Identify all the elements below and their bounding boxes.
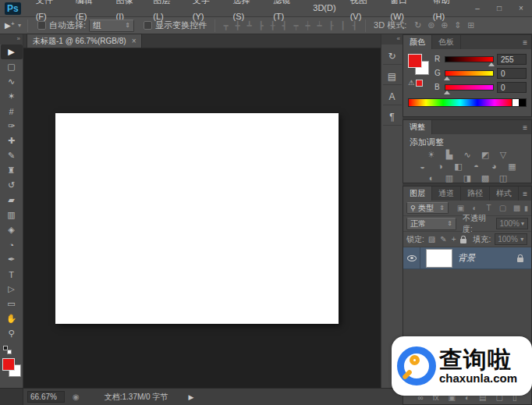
blue-value-field[interactable]: 0 (497, 82, 527, 93)
tab-adjustments[interactable]: 调整 (403, 120, 432, 134)
spot-healing-brush-tool[interactable]: ✚ (1, 133, 23, 148)
distribute-left-edges-icon[interactable]: ┠ (325, 21, 337, 30)
clone-stamp-tool[interactable]: ♜ (1, 163, 23, 178)
canvas[interactable] (55, 113, 339, 324)
distribute-right-edges-icon[interactable]: ┨ (349, 21, 360, 30)
align-bottom-edges-icon[interactable]: ┻ (243, 21, 255, 30)
quick-selection-tool[interactable]: ✶ (1, 89, 23, 104)
layer-row-background[interactable]: 背景 (403, 247, 531, 269)
rectangle-tool[interactable]: ▭ (1, 297, 23, 311)
lock-position-icon[interactable]: + (452, 235, 456, 243)
maximize-button[interactable]: □ (488, 0, 510, 16)
filter-shape-layers-icon[interactable]: ▢ (498, 204, 508, 212)
layer-visibility-cell[interactable] (403, 247, 420, 268)
selective-color-icon[interactable]: ◫ (497, 172, 510, 184)
path-selection-tool[interactable]: ▷ (1, 282, 23, 297)
filter-switch-icon[interactable]: ▮ (524, 204, 528, 212)
spectrum-white-swatch[interactable] (512, 99, 519, 106)
align-vertical-centers-icon[interactable]: ╋ (232, 21, 243, 30)
tools-collapse-chevron-icon[interactable]: » (0, 34, 23, 44)
lock-all-icon[interactable] (460, 239, 466, 243)
filter-type-layers-icon[interactable]: T (484, 204, 494, 212)
black-white-icon[interactable]: ◧ (452, 161, 465, 172)
gamut-closest-color-swatch[interactable] (416, 80, 423, 87)
spectrum-ramp[interactable] (409, 99, 512, 106)
zoom-level-field[interactable]: 66.67% (27, 391, 65, 403)
history-brush-tool[interactable]: ↺ (1, 178, 23, 193)
tab-styles[interactable]: 样式 (490, 187, 519, 201)
crop-tool[interactable]: # (1, 104, 23, 119)
move-tool[interactable]: ▶ (1, 44, 23, 59)
distribute-bottom-edges-icon[interactable]: ┷ (314, 21, 325, 30)
levels-icon[interactable]: ▙ (443, 149, 456, 161)
blend-mode-dropdown[interactable]: 正常 ⇕ (406, 218, 456, 230)
distribute-vertical-centers-icon[interactable]: ┿ (302, 21, 314, 30)
tab-paths[interactable]: 路径 (461, 187, 490, 201)
opacity-field[interactable]: 100% ▾ (496, 218, 528, 229)
blue-slider-thumb[interactable] (444, 91, 450, 94)
photo-filter-icon[interactable]: ◓ (470, 161, 483, 172)
eraser-tool[interactable]: ▰ (1, 193, 23, 208)
3d-slide-icon[interactable]: ⇕ (451, 20, 464, 30)
auto-select-checkbox[interactable] (37, 21, 46, 30)
minimize-button[interactable]: – (466, 0, 488, 16)
tool-preset-caret-icon[interactable]: ▾ (18, 22, 21, 29)
distribute-horizontal-centers-icon[interactable]: ┃ (337, 21, 349, 30)
current-tool-icon[interactable]: ▶⁺ (5, 21, 15, 30)
dodge-tool[interactable]: ◔ (1, 237, 23, 252)
3d-rotate-icon[interactable]: ↻ (411, 20, 424, 30)
tab-color[interactable]: 颜色 (403, 35, 432, 49)
vibrance-icon[interactable]: ▽ (497, 149, 510, 161)
zoom-tool[interactable]: ⚲ (1, 326, 23, 341)
dock-expand-chevron-icon[interactable]: « (381, 34, 403, 44)
3d-drag-icon[interactable]: ⊕ (438, 20, 451, 30)
panel-menu-icon[interactable]: ≡ (519, 121, 531, 134)
hue-saturation-icon[interactable]: ◒ (416, 161, 429, 172)
channel-mixer-icon[interactable]: ◕ (488, 161, 501, 172)
brightness-contrast-icon[interactable]: ☀ (425, 149, 438, 161)
tab-swatches[interactable]: 色板 (432, 35, 461, 49)
lasso-tool[interactable]: ∿ (1, 74, 23, 89)
3d-roll-icon[interactable]: ⊚ (424, 20, 438, 30)
align-left-edges-icon[interactable]: ┣ (255, 21, 267, 30)
menu-item[interactable]: 3D(D) (306, 0, 342, 16)
eyedropper-tool[interactable]: ✑ (1, 119, 23, 133)
tab-channels[interactable]: 通道 (432, 187, 461, 201)
threshold-icon[interactable]: ◨ (461, 172, 474, 184)
red-slider-thumb[interactable] (488, 62, 495, 66)
history-panel-icon[interactable]: ↻ (383, 48, 402, 65)
filter-pixel-layers-icon[interactable]: ▣ (456, 204, 466, 212)
paragraph-panel-icon[interactable]: ¶ (383, 108, 402, 126)
align-top-edges-icon[interactable]: ┳ (220, 21, 232, 30)
status-options-arrow-icon[interactable]: ▶ (188, 393, 193, 401)
invert-icon[interactable]: ◐ (425, 172, 438, 184)
color-spectrum-bar[interactable] (408, 98, 527, 107)
green-slider[interactable] (445, 70, 494, 76)
gamut-warning-icon[interactable]: ⚠ (408, 79, 423, 87)
blue-slider[interactable] (445, 84, 494, 91)
align-horizontal-centers-icon[interactable]: ╂ (267, 21, 278, 30)
green-slider-thumb[interactable] (444, 76, 450, 80)
show-transform-checkbox[interactable] (144, 21, 152, 30)
align-right-edges-icon[interactable]: ┫ (278, 21, 290, 30)
type-tool[interactable]: T (1, 267, 23, 282)
gradient-tool[interactable]: ▥ (1, 208, 23, 222)
panel-menu-icon[interactable]: ≡ (519, 36, 531, 49)
gradient-map-icon[interactable]: ▩ (479, 172, 492, 184)
color-lookup-icon[interactable]: ▦ (505, 161, 519, 172)
exposure-icon[interactable]: ◩ (479, 149, 492, 161)
swap-colors-icon[interactable] (7, 350, 12, 354)
distribute-top-edges-icon[interactable]: ┯ (290, 21, 302, 30)
hand-tool[interactable]: ✋ (1, 311, 23, 326)
layer-thumbnail[interactable] (426, 249, 452, 268)
green-value-field[interactable]: 0 (497, 68, 527, 79)
tab-layers[interactable]: 图层 (403, 187, 432, 201)
character-panel-icon[interactable]: A (383, 88, 402, 105)
curves-icon[interactable]: ∿ (461, 149, 474, 161)
posterize-icon[interactable]: ▥ (443, 172, 456, 184)
tab-close-icon[interactable]: × (132, 34, 137, 48)
filter-adjustment-layers-icon[interactable]: ◐ (470, 204, 480, 212)
panel-menu-icon[interactable]: ≡ (519, 187, 531, 201)
red-slider[interactable] (445, 56, 494, 62)
info-panel-icon[interactable]: ▤ (383, 68, 402, 85)
